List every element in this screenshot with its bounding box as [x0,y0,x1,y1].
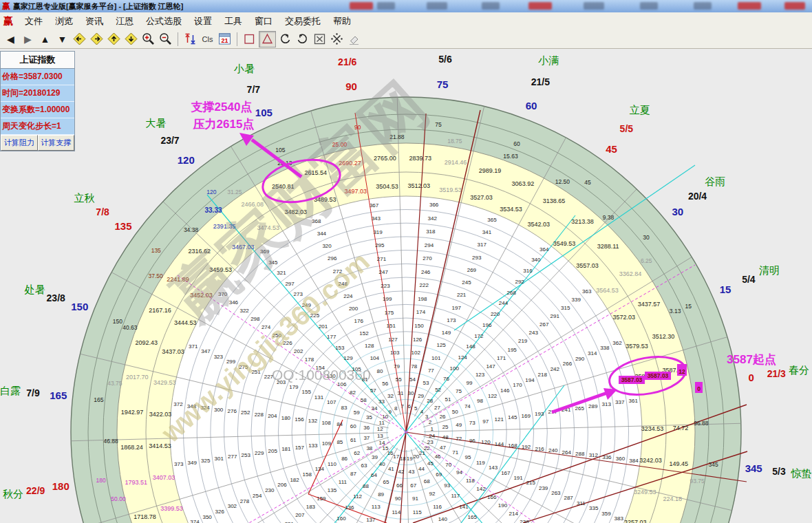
grid-number: 5 [414,405,418,412]
window-titlebar[interactable]: 赢 赢家江恩专业版[赢家服务平台] - [上证指数 江恩轮] [0,0,812,13]
grid-number: 124 [458,354,467,361]
menu-item-2[interactable]: 资讯 [79,14,109,29]
grid-number: 155 [301,389,311,395]
inner-degree-label: 45 [584,179,591,186]
menu-item-4[interactable]: 公式选股 [140,14,188,29]
grid-number: 253 [242,452,251,458]
grid-number: 26 [440,414,446,420]
triangle-tool-icon[interactable] [259,31,276,47]
support-annotation-text: 支撑2540点 [191,100,253,114]
grid-number: 167 [501,470,511,476]
grid-number: 366 [429,202,439,208]
date-label: 5/5 [620,123,634,134]
menu-item-0[interactable]: 文件 [19,14,49,29]
grid-number: 320 [322,243,332,249]
grid-number: 242 [551,366,560,372]
grid-number: 98 [477,398,483,404]
grid-number: 277 [228,453,237,460]
outer-degree-label: 135 [115,220,132,232]
grid-number: 17 [393,453,399,460]
rotate-ccw-icon[interactable] [277,32,293,47]
grid-number: 9 [388,409,392,415]
nav-down-icon[interactable]: ▼ [54,32,70,47]
grid-number: 56 [382,381,388,387]
calc-support-button[interactable]: 计算支撑 [38,135,75,151]
menu-item-5[interactable]: 设置 [188,14,218,29]
percent-label: 18.75 [447,138,462,145]
grid-number: 90 [395,495,401,502]
price-inner-label: 3579.53 [626,343,648,350]
grid-number: 29 [418,393,424,399]
calc-resistance-button[interactable]: 计算阻力 [1,135,38,151]
grid-number: 340 [531,257,541,263]
price-outer-label: 3138.65 [543,198,566,204]
inner-degree-label: 180 [96,477,105,484]
grid-number: 361 [629,398,639,404]
grid-number: 91 [412,495,418,502]
price-inner-label: 3257.03 [624,519,647,523]
menu-item-8[interactable]: 交易委托 [279,14,327,29]
nav-right-icon[interactable]: ▶ [20,32,36,47]
nav-up-icon[interactable]: ▲ [37,32,53,47]
menu-item-7[interactable]: 窗口 [248,14,279,29]
diamond-right-icon[interactable] [89,32,105,47]
grid-number: 25 [442,424,449,430]
grid-number: 57 [370,387,376,394]
menu-item-3[interactable]: 江恩 [109,14,140,29]
quote-row-3: 周天变化步长=1 [1,118,74,135]
grid-number: 343 [372,215,381,222]
grid-number: 166 [487,494,497,500]
grid-number: 384 [629,458,639,464]
diamond-left-icon[interactable] [72,32,87,47]
diamond-down-icon[interactable] [123,32,139,47]
menu-item-6[interactable]: 工具 [218,14,248,29]
menu-bar: 赢 文件浏览资讯江恩公式选股设置工具窗口交易委托帮助 [0,12,812,30]
grid-number: 172 [474,333,484,339]
shift-updown-icon[interactable] [182,32,198,47]
grid-number: 222 [420,282,429,288]
grid-number: 42 [398,469,405,475]
grid-number: 182 [290,477,299,483]
box-x-icon[interactable] [312,32,328,47]
diamond-up-icon[interactable] [106,32,122,47]
zoom-in-icon[interactable] [140,32,156,47]
eraser-icon[interactable] [346,32,362,47]
gann-wheel-chart[interactable]: 1234567891011121314151617181920212223242… [0,0,812,523]
menu-item-1[interactable]: 浏览 [49,14,79,29]
grid-number: 322 [239,308,249,314]
inner-degree-label: 30 [643,234,650,241]
grid-number: 223 [381,283,390,289]
grid-number: 24 [429,433,435,439]
cls-icon[interactable]: Cls [200,32,215,47]
grid-number: 214 [509,511,519,517]
price-outer-label: 1942.97 [121,409,144,416]
solar-term-label: 惊蛰 [791,467,812,479]
menu-item-9[interactable]: 帮助 [327,14,357,29]
zoom-out-icon[interactable] [158,32,173,47]
grid-number: 302 [228,503,237,509]
percent-label: 15.63 [503,153,518,160]
rotate-cw-icon[interactable] [295,32,310,47]
price-inner-label: 3407.03 [153,474,175,481]
price-outer-label: 2914.46 [445,159,467,166]
grid-number: 132 [308,418,318,424]
grid-number: 100 [450,365,460,372]
calendar-icon[interactable]: 21 [217,32,233,47]
grid-number: 148 [466,343,476,350]
percent-label: 12.50 [555,178,570,185]
grid-number: 92 [429,491,435,497]
grid-number: 50 [452,409,458,415]
grid-number: 34 [371,405,377,412]
nav-left-icon[interactable]: ◀ [3,32,19,47]
grid-number: 31 [398,390,404,396]
percent-label: 46.88 [104,438,119,445]
grid-number: 288 [575,451,585,457]
grid-number: 183 [306,504,316,510]
highlight-box-text: 3587.03 [621,376,643,383]
outer-degree-label: 75 [437,78,449,90]
grid-number: 151 [387,323,396,329]
grid-number: 362 [612,340,622,346]
cross-select-icon[interactable] [329,32,345,47]
square-tool-icon[interactable] [242,32,257,47]
grid-number: 202 [294,348,303,354]
